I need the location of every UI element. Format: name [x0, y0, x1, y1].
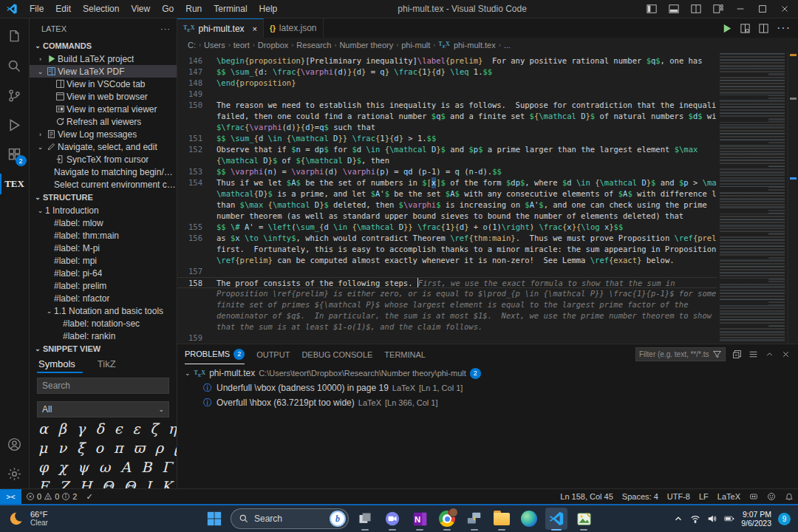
search-icon[interactable] [0, 51, 30, 81]
structure-1-introduction[interactable]: ⌄1 Introduction [30, 204, 177, 216]
teams-chat-icon[interactable] [381, 508, 403, 530]
code-line[interactable]: 146\begin{proposition}[Preliminary inequ… [177, 55, 717, 66]
copilot-icon[interactable] [745, 492, 763, 501]
panel-tab-problems[interactable]: PROBLEMS2 [185, 344, 245, 364]
structure-label-mlow[interactable]: #label: mlow [30, 216, 177, 229]
menu-selection[interactable]: Selection [77, 0, 125, 18]
vscode-taskbar-icon[interactable] [545, 508, 567, 530]
command-view-in-vscode-tab[interactable]: View in VSCode tab [30, 78, 177, 90]
language-mode[interactable]: LaTeX [713, 492, 745, 501]
code-line[interactable]: failed, then one could find a rational n… [177, 111, 717, 122]
code-line[interactable]: \mathcal{D}$ is a prime, and let $A'$ be… [177, 188, 717, 200]
close-tab-icon[interactable]: × [253, 24, 257, 33]
code-line[interactable]: 159 [177, 332, 717, 344]
code-line[interactable]: denominator of $q$. In particular, the s… [177, 310, 717, 321]
code-line[interactable]: 157 [177, 266, 717, 277]
collapse-all-icon[interactable] [732, 349, 742, 359]
menu-view[interactable]: View [125, 0, 156, 18]
taskbar-search[interactable]: Search b [231, 508, 349, 529]
latex-workshop-icon[interactable]: TEX [0, 169, 30, 199]
toggle-secondary-sidebar-icon[interactable] [686, 1, 706, 17]
tray-chevron-icon[interactable] [673, 514, 683, 524]
structure-label-nfactor[interactable]: #label: nfactor [30, 292, 177, 304]
minimize-button[interactable] [730, 1, 751, 17]
symbol-row[interactable]: φ χ ψ ω A B Γ Γ Δ Δ [30, 457, 177, 477]
minimap[interactable] [717, 52, 788, 344]
toggle-sidebar-icon[interactable] [641, 1, 662, 17]
sidebar-more-icon[interactable]: ··· [160, 24, 171, 33]
breadcrumb-item[interactable]: ... [504, 41, 511, 50]
command-synctex-from-cursor[interactable]: SyncTeX from cursor [30, 153, 177, 166]
structure-label-notation-sec[interactable]: #label: notation-sec [30, 317, 177, 330]
menu-run[interactable]: Run [180, 0, 208, 18]
maximize-panel-icon[interactable] [765, 349, 774, 359]
breadcrumb-item[interactable]: Dropbox [258, 41, 289, 50]
code-line[interactable]: 155$$ \# A' = \left(\sum_{d \in {\mathca… [177, 222, 717, 233]
extensions-icon[interactable]: 2 [0, 140, 30, 169]
settings-gear-icon[interactable] [0, 459, 30, 488]
command-refresh-all-viewers[interactable]: Refresh all viewers [30, 115, 177, 128]
menu-edit[interactable]: Edit [50, 0, 77, 18]
code-line[interactable]: than $\max {\mathcal D}$ deleted, then $… [177, 200, 717, 211]
snippet-section-header[interactable]: ⌄SNIPPET VIEW [30, 342, 177, 355]
task-view-icon[interactable] [354, 508, 376, 530]
symbol-row[interactable]: μ ν ξ ο π ϖ ρ ϱ σ ς τ υ ϕ [30, 438, 177, 457]
run-debug-icon[interactable] [0, 110, 30, 140]
code-line[interactable]: 158The proof consists of the following s… [177, 277, 717, 288]
menu-file[interactable]: File [24, 0, 50, 18]
latex-build-status[interactable]: ✓ [81, 492, 97, 502]
explorer-icon[interactable] [0, 21, 30, 51]
remote-desktop-icon[interactable] [463, 508, 485, 530]
battery-icon[interactable] [724, 514, 734, 524]
close-panel-icon[interactable] [781, 349, 791, 359]
editor-tab-latex.json[interactable]: {}latex.json [264, 18, 324, 38]
volume-icon[interactable] [707, 514, 717, 524]
notification-badge[interactable]: 9 [778, 513, 791, 525]
command-navigate-to-matching-begin-end[interactable]: Navigate to matching begin/end [30, 166, 177, 178]
command-build-latex-project[interactable]: ›Build LaTeX project [30, 52, 177, 65]
structure-label-mpi[interactable]: #label: mpi [30, 254, 177, 267]
problems-filter-input[interactable]: Filter (e.g. text, **/*.ts, !*... [635, 347, 726, 361]
start-button[interactable] [203, 508, 225, 530]
cursor-position[interactable]: Ln 158, Col 45 [556, 492, 618, 501]
panel-tab-terminal[interactable]: TERMINAL [384, 344, 426, 364]
breadcrumb-item[interactable]: Research [296, 41, 331, 50]
structure-1-1-notation-and-basic-tools[interactable]: ⌄1.1 Notation and basic tools [30, 304, 177, 317]
customize-layout-icon[interactable] [708, 1, 729, 17]
code-line[interactable]: \ref{prelim} can be computed almost exac… [177, 255, 717, 266]
edge-icon[interactable] [518, 508, 540, 530]
structure-label-m-pi[interactable]: #label: M-pi [30, 242, 177, 254]
breadcrumb[interactable]: C:›Users›teort›Dropbox›Research›Number t… [177, 38, 798, 52]
tray-clock[interactable]: 9:07 PM 9/6/2023 [741, 510, 771, 528]
eol-sequence[interactable]: LF [695, 492, 713, 501]
restore-button[interactable] [752, 1, 773, 17]
view-as-table-icon[interactable] [748, 349, 758, 359]
breadcrumb-item[interactable]: Number theory [339, 41, 393, 50]
account-icon[interactable] [0, 429, 30, 459]
source-control-icon[interactable] [0, 81, 30, 110]
editor-tab-phi-mult.tex[interactable]: TEXphi-mult.tex× [177, 18, 264, 38]
code-line[interactable]: finite set of primes ${\mathcal P}$ whos… [177, 299, 717, 310]
code-editor[interactable]: 146\begin{proposition}[Preliminary inequ… [177, 52, 717, 344]
code-line[interactable]: $\frac{\varphi(d)}{d}=q$ such that [177, 122, 717, 133]
wifi-icon[interactable] [690, 514, 700, 524]
command-view-in-web-browser[interactable]: View in web browser [30, 90, 177, 103]
problem-row[interactable]: ⓘUnderfull \vbox (badness 10000) in page… [177, 381, 798, 395]
snippet-tab-symbols[interactable]: Symbols [37, 357, 83, 373]
problem-row[interactable]: ⓘOverfull \hbox (63.7219pt too wide)LaTe… [177, 395, 798, 410]
command-select-current-environment-conte[interactable]: Select current environment conte... [30, 178, 177, 191]
view-pdf-icon[interactable] [740, 23, 751, 34]
code-line[interactable]: 147$$ \sum_{d: \frac{\varphi(d)}{d} = q}… [177, 66, 717, 78]
structure-label-rankin[interactable]: #label: rankin [30, 330, 177, 342]
breadcrumb-item[interactable]: Users [204, 41, 225, 50]
breadcrumb-item[interactable]: teort [233, 41, 250, 50]
menu-terminal[interactable]: Terminal [208, 0, 253, 18]
split-editor-icon[interactable] [758, 23, 769, 34]
structure-label-prelim[interactable]: #label: prelim [30, 279, 177, 292]
command-view-log-messages[interactable]: ›View Log messages [30, 128, 177, 140]
remote-indicator[interactable]: >< [0, 489, 21, 504]
close-button[interactable] [774, 1, 795, 17]
build-run-icon[interactable] [721, 23, 732, 34]
code-line[interactable]: 150The reason we need to establish this … [177, 100, 717, 111]
overview-ruler[interactable] [788, 52, 798, 344]
